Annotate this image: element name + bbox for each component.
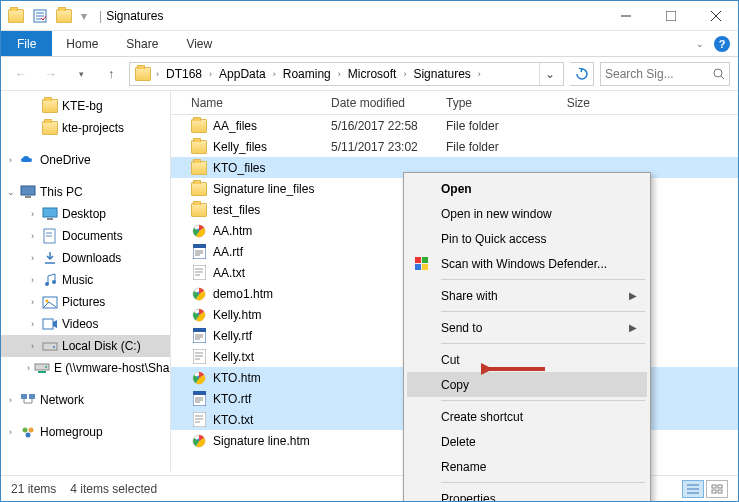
breadcrumb-history-icon[interactable]: ⌄ [539, 63, 559, 85]
col-name[interactable]: Name [171, 96, 331, 110]
tree-item[interactable]: ›OneDrive [1, 149, 170, 171]
file-row[interactable]: AA_files5/16/2017 22:58File folder [171, 115, 738, 136]
expand-icon[interactable]: › [5, 395, 16, 405]
navigation-tree[interactable]: KTE-bgkte-projects›OneDrive⌄This PC›Desk… [1, 91, 171, 471]
tree-item[interactable]: ›Music [1, 269, 170, 291]
tree-item[interactable]: ›E (\\vmware-host\Shar [1, 357, 170, 379]
expand-icon[interactable]: › [27, 275, 38, 285]
col-type[interactable]: Type [446, 96, 536, 110]
tree-item[interactable]: ›Pictures [1, 291, 170, 313]
status-selected: 4 items selected [70, 482, 157, 496]
expand-icon[interactable]: › [27, 231, 38, 241]
maximize-button[interactable] [648, 2, 693, 30]
tree-item[interactable]: KTE-bg [1, 95, 170, 117]
crumb-microsoft[interactable]: Microsoft [345, 67, 400, 81]
ctx-item[interactable]: Pin to Quick access [407, 226, 647, 251]
downloads-icon [42, 250, 58, 266]
svg-rect-12 [43, 208, 57, 217]
up-button[interactable]: ↑ [99, 62, 123, 86]
homegroup-icon [20, 424, 36, 440]
file-name: KTO.txt [213, 413, 253, 427]
expand-icon[interactable]: › [27, 209, 38, 219]
submenu-arrow-icon: ▶ [629, 290, 637, 301]
recent-locations-icon[interactable]: ▾ [69, 62, 93, 86]
tab-share[interactable]: Share [112, 31, 172, 56]
tree-item[interactable]: kte-projects [1, 117, 170, 139]
expand-icon[interactable]: › [5, 427, 16, 437]
ctx-item[interactable]: Create shortcut [407, 404, 647, 429]
expand-icon[interactable]: › [5, 155, 16, 165]
expand-icon[interactable]: › [27, 253, 38, 263]
rtf-icon [191, 328, 207, 344]
breadcrumb-root-icon[interactable] [134, 63, 152, 85]
folder-icon [191, 181, 207, 197]
tab-view[interactable]: View [172, 31, 226, 56]
breadcrumb[interactable]: › DT168› AppData› Roaming› Microsoft› Si… [129, 62, 564, 86]
tree-item[interactable]: ⌄This PC [1, 181, 170, 203]
file-name: AA.rtf [213, 245, 243, 259]
expand-icon[interactable]: › [27, 363, 30, 373]
ctx-item[interactable]: Open in new window [407, 201, 647, 226]
ctx-item[interactable]: Scan with Windows Defender... [407, 251, 647, 276]
file-row[interactable]: Kelly_files5/11/2017 23:02File folder [171, 136, 738, 157]
refresh-button[interactable] [570, 62, 594, 86]
tree-item[interactable]: ›Network [1, 389, 170, 411]
chevron-right-icon[interactable]: › [154, 69, 161, 79]
col-size[interactable]: Size [536, 96, 606, 110]
crumb-appdata[interactable]: AppData [216, 67, 269, 81]
ctx-label: Share with [441, 289, 498, 303]
details-view-button[interactable] [682, 480, 704, 498]
qat-overflow-icon[interactable]: ▾ [81, 9, 87, 23]
search-input[interactable]: Search Sig... [600, 62, 730, 86]
ribbon-tabs: File Home Share View ⌄ ? [1, 31, 738, 57]
svg-rect-85 [718, 490, 722, 493]
close-button[interactable] [693, 2, 738, 30]
svg-point-19 [52, 280, 56, 284]
ctx-item[interactable]: Send to▶ [407, 315, 647, 340]
large-icons-view-button[interactable] [706, 480, 728, 498]
col-date[interactable]: Date modified [331, 96, 446, 110]
tree-item-label: KTE-bg [62, 99, 103, 113]
ctx-item[interactable]: Share with▶ [407, 283, 647, 308]
help-icon[interactable]: ? [714, 36, 730, 52]
music-icon [42, 272, 58, 288]
svg-line-9 [721, 76, 724, 79]
ctx-item[interactable]: Delete [407, 429, 647, 454]
tree-item[interactable]: ›Videos [1, 313, 170, 335]
crumb-dt168[interactable]: DT168 [163, 67, 205, 81]
tree-item[interactable]: ›Downloads [1, 247, 170, 269]
txt-icon [191, 349, 207, 365]
tab-home[interactable]: Home [52, 31, 112, 56]
expand-icon[interactable]: › [27, 341, 38, 351]
tree-item-label: Network [40, 393, 84, 407]
file-name: Signature line.htm [213, 434, 310, 448]
ribbon-expand-icon[interactable]: ⌄ [696, 39, 704, 49]
crumb-signatures[interactable]: Signatures [410, 67, 473, 81]
ctx-item[interactable]: Rename [407, 454, 647, 479]
new-folder-icon[interactable] [53, 5, 75, 27]
expand-icon[interactable]: › [27, 319, 38, 329]
column-headers[interactable]: Name Date modified Type Size [171, 91, 738, 115]
back-button[interactable]: ← [9, 62, 33, 86]
tree-item[interactable]: ›Local Disk (C:) [1, 335, 170, 357]
expand-icon[interactable]: › [27, 297, 38, 307]
minimize-button[interactable] [603, 2, 648, 30]
file-name: AA.txt [213, 266, 245, 280]
tree-item-label: This PC [40, 185, 83, 199]
file-type: File folder [446, 119, 536, 133]
tree-item[interactable]: ›Homegroup [1, 421, 170, 443]
thispc-icon [20, 184, 36, 200]
ctx-label: Rename [441, 460, 486, 474]
tree-item[interactable]: ›Desktop [1, 203, 170, 225]
chrome-icon [191, 433, 207, 449]
forward-button[interactable]: → [39, 62, 63, 86]
svg-point-34 [23, 428, 28, 433]
crumb-roaming[interactable]: Roaming [280, 67, 334, 81]
svg-rect-77 [422, 264, 428, 270]
expand-icon[interactable]: ⌄ [5, 187, 16, 197]
file-tab[interactable]: File [1, 31, 52, 56]
ctx-item[interactable]: Properties [407, 486, 647, 502]
ctx-item[interactable]: Open [407, 176, 647, 201]
properties-icon[interactable] [29, 5, 51, 27]
tree-item[interactable]: ›Documents [1, 225, 170, 247]
